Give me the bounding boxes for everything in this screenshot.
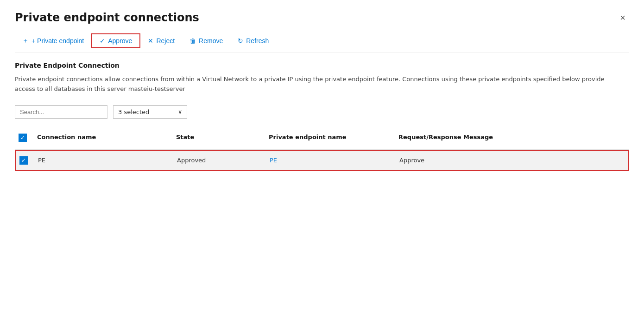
refresh-label: Refresh [246,37,269,45]
col-header-connection-name: Connection name [33,130,172,146]
table-header: ✓ Connection name State Private endpoint… [15,126,629,150]
row-message: Approve [396,151,628,169]
description-text: Private endpoint connections allow conne… [15,75,617,94]
table-row: ✓ PE Approved PE Approve [15,150,629,171]
add-private-endpoint-button[interactable]: ＋ + Private endpoint [15,34,91,48]
chevron-down-icon: ∨ [178,109,182,115]
trash-icon: 🗑 [189,37,196,45]
row-checkbox[interactable]: ✓ [19,156,28,165]
remove-label: Remove [199,37,223,45]
section-title: Private Endpoint Connection [15,62,629,69]
add-endpoint-label: + Private endpoint [32,37,84,45]
x-icon: ✕ [148,37,153,45]
approve-label: Approve [108,37,132,45]
table: ✓ Connection name State Private endpoint… [15,126,629,171]
row-state: Approved [173,151,266,169]
row-connection-name: PE [34,151,173,169]
col-header-private-endpoint-name: Private endpoint name [265,130,395,146]
col-header-state: State [172,130,265,146]
refresh-button[interactable]: ↻ Refresh [230,34,276,47]
remove-button[interactable]: 🗑 Remove [182,34,230,47]
approve-button[interactable]: ✓ Approve [91,33,140,48]
filter-value: 3 selected [118,109,149,115]
checkmark-icon: ✓ [100,37,105,45]
col-header-checkbox: ✓ [15,130,33,146]
col-header-message: Request/Response Message [395,130,629,146]
filter-dropdown[interactable]: 3 selected ∨ [113,105,187,119]
panel-title: Private endpoint connections [15,11,199,24]
reject-button[interactable]: ✕ Reject [140,34,182,47]
row-private-endpoint-link[interactable]: PE [266,151,396,169]
toolbar: ＋ + Private endpoint ✓ Approve ✕ Reject … [15,33,629,52]
panel-header: Private endpoint connections × [15,11,629,24]
plus-icon: ＋ [22,37,29,45]
panel: Private endpoint connections × ＋ + Priva… [0,0,644,320]
select-all-checkbox[interactable]: ✓ [19,134,27,142]
refresh-icon: ↻ [238,37,243,45]
reject-label: Reject [156,37,175,45]
row-checkbox-cell: ✓ [16,151,34,170]
search-input[interactable] [15,105,107,119]
close-button[interactable]: × [616,11,629,24]
controls-row: 3 selected ∨ [15,105,629,119]
